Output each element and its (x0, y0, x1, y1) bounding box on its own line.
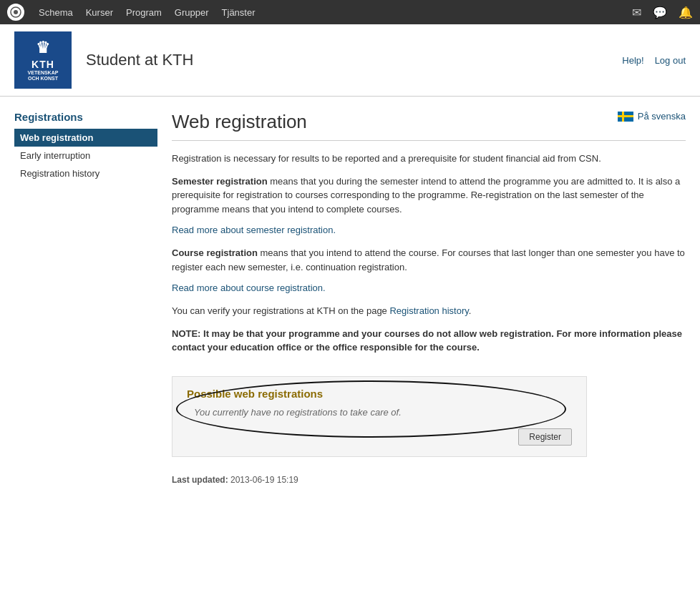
kth-logo: ♛ KTH VETENSKAPOCH KONST (14, 31, 72, 89)
logo-kth-text: KTH (31, 59, 54, 70)
logout-link[interactable]: Log out (655, 55, 686, 66)
page-layout: Registrations Web registration Early int… (0, 97, 700, 499)
svg-point-1 (14, 10, 18, 14)
course-link-block: Read more about course registration. (172, 282, 686, 293)
nav-grupper[interactable]: Grupper (175, 7, 209, 18)
sidebar-item-early-interruption[interactable]: Early interruption (14, 147, 157, 164)
sidebar-title: Registrations (14, 111, 157, 123)
sidebar-link-web-registration[interactable]: Web registration (14, 129, 157, 147)
sidebar-item-registration-history[interactable]: Registration history (14, 164, 157, 182)
main-header: Web registration På svenska (172, 111, 686, 133)
bell-icon[interactable]: 🔔 (679, 6, 693, 19)
reg-box-empty-text: You currently have no registrations to t… (187, 407, 572, 418)
logo-sub-text: VETENSKAPOCH KONST (28, 70, 59, 82)
sidebar-link-registration-history[interactable]: Registration history (14, 164, 157, 182)
reg-box-footer: Register (187, 428, 572, 446)
register-button[interactable]: Register (518, 428, 572, 446)
reg-box-wrapper: Possible web registrations You currently… (172, 376, 686, 457)
nav-kurser[interactable]: Kurser (86, 7, 113, 18)
last-updated-value: 2013-06-19 15:19 (230, 475, 298, 485)
lang-switch-label[interactable]: På svenska (638, 111, 686, 122)
site-title: Student at KTH (86, 51, 193, 69)
sidebar: Registrations Web registration Early int… (14, 111, 157, 485)
topbar-logo (7, 4, 24, 21)
course-link[interactable]: Read more about course registration. (172, 282, 326, 293)
reg-box-title: Possible web registrations (187, 388, 572, 400)
nav-schema[interactable]: Schema (39, 7, 73, 18)
site-header: ♛ KTH VETENSKAPOCH KONST Student at KTH … (0, 24, 700, 97)
sidebar-link-early-interruption[interactable]: Early interruption (14, 147, 157, 164)
semester-bold: Semester registration (172, 176, 268, 187)
semester-para: Semester registration means that you dur… (172, 174, 686, 217)
intro-text: Registration is necessary for results to… (172, 152, 686, 166)
nav-program[interactable]: Program (126, 7, 162, 18)
nav-tjanster[interactable]: Tjänster (222, 7, 256, 18)
semester-link[interactable]: Read more about semester registration. (172, 225, 336, 235)
page-title: Web registration (172, 111, 307, 133)
header-links: Help! Log out (622, 55, 686, 66)
sidebar-item-web-registration[interactable]: Web registration (14, 129, 157, 147)
verify-text-post: . (469, 305, 472, 316)
sidebar-nav: Web registration Early interruption Regi… (14, 129, 157, 182)
email-icon[interactable]: ✉ (632, 6, 641, 19)
chat-icon[interactable]: 💬 (653, 6, 667, 19)
topbar-nav: Schema Kurser Program Grupper Tjänster (39, 7, 618, 18)
course-bold: Course registration (172, 247, 258, 258)
language-switch[interactable]: På svenska (618, 111, 686, 122)
help-link[interactable]: Help! (622, 55, 643, 66)
verify-text-pre: You can verify your registrations at KTH… (172, 305, 389, 316)
note-text: NOTE: It may be that your programme and … (172, 327, 686, 355)
main-content: Web registration På svenska Registration… (172, 111, 686, 485)
swedish-flag-icon (618, 112, 633, 122)
logo-crown-icon: ♛ (36, 39, 50, 57)
last-updated-label: Last updated: (172, 475, 228, 485)
last-updated: Last updated: 2013-06-19 15:19 (172, 475, 686, 485)
semester-link-block: Read more about semester registration. (172, 225, 686, 235)
verify-para: You can verify your registrations at KTH… (172, 304, 686, 318)
header-divider (172, 140, 686, 141)
course-para: Course registration means that you inten… (172, 246, 686, 274)
registration-box: Possible web registrations You currently… (172, 376, 587, 457)
registration-history-link[interactable]: Registration history (389, 305, 468, 316)
topbar-icons: ✉ 💬 🔔 (632, 6, 693, 19)
topbar: Schema Kurser Program Grupper Tjänster ✉… (0, 0, 700, 24)
